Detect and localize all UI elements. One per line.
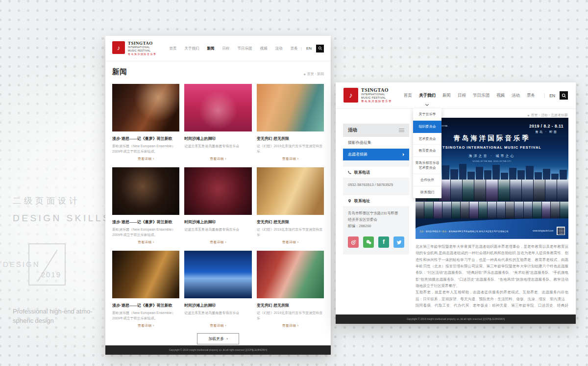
- website-url: www.tsingtaoimf.com: [533, 230, 554, 232]
- performer-photo: [545, 180, 557, 201]
- site-logo[interactable]: ♪ TSINGTAO INTERNATIONAL MUSIC FESTIVAL …: [112, 41, 157, 55]
- copyright-text: Copyright © 2019 insight intellectual pr…: [407, 317, 505, 321]
- news-card[interactable]: 变无穷幻 想无所限记《幻想》2019北京现代音乐节亚洲交响音乐查看详细›: [257, 167, 324, 245]
- breadcrumb-item[interactable]: 首页: [531, 113, 538, 117]
- nav-item-1[interactable]: 关于我们关于音乐季组织委员会艺术委员会教育委员会青岛乐都音乐谷艺术委员会合作伙伴…: [419, 82, 436, 108]
- logo-mark-icon: ♪: [112, 41, 125, 54]
- news-card[interactable]: 时间沙滩上的脚印记波兰库瓦鲁迪乌重奏团专场音乐会查看详细›: [184, 84, 251, 161]
- news-card[interactable]: 漫步·遐想——记《蔓萝》荷兰新欧新欧洲乐团（New European Ensem…: [112, 84, 179, 161]
- news-image[interactable]: [257, 251, 324, 298]
- lang-toggle[interactable]: EN: [306, 46, 312, 51]
- performers-row-2: [416, 202, 568, 218]
- news-image[interactable]: [112, 251, 179, 298]
- dropdown-item[interactable]: 青岛乐都音乐谷艺术委员会: [413, 157, 441, 174]
- main-nav: 首页关于我们关于音乐季组织委员会艺术委员会教育委员会青岛乐都音乐谷艺术委员会合作…: [404, 82, 535, 108]
- weibo-icon[interactable]: [348, 236, 359, 248]
- news-more-link[interactable]: 查看详细›: [184, 157, 251, 161]
- news-card[interactable]: 变无穷幻 想无所限记《幻想》2019北京现代音乐节亚洲交响音乐查看详细›: [257, 251, 324, 328]
- search-button[interactable]: [560, 91, 568, 100]
- breadcrumb-item[interactable]: 新闻: [317, 72, 324, 76]
- nav-item-4[interactable]: 节日乐团: [238, 36, 252, 61]
- nav-item-6[interactable]: 活动: [512, 82, 520, 108]
- sidebar-item[interactable]: 摄影作品征集: [343, 137, 409, 149]
- logo-sub2: MUSIC FESTIVAL: [361, 96, 392, 100]
- dropdown-item[interactable]: 艺术委员会: [413, 133, 441, 145]
- news-image[interactable]: [184, 84, 251, 131]
- twitter-icon[interactable]: [393, 236, 404, 248]
- site-header: ♪ TSINGTAO INTERNATIONAL MUSIC FESTIVAL …: [336, 82, 576, 109]
- news-more-link[interactable]: 查看详细›: [184, 240, 251, 245]
- nav-item-5[interactable]: 视频: [496, 82, 505, 108]
- logo-sub1: INTERNATIONAL: [361, 93, 392, 96]
- performer-photo: [434, 202, 442, 218]
- nav-item-7[interactable]: 票务: [527, 82, 535, 108]
- lang-toggle[interactable]: EN: [549, 93, 555, 98]
- logo-text: TSINGTAO INTERNATIONAL MUSIC FESTIVAL 青岛…: [128, 41, 157, 55]
- news-title: 时间沙滩上的脚印: [184, 136, 251, 141]
- news-title: 时间沙滩上的脚印: [184, 219, 251, 225]
- nav-item-6[interactable]: 活动: [275, 36, 283, 61]
- news-more-link[interactable]: 查看详细›: [112, 157, 179, 161]
- showcase-note: 二级页面设计 DESIGN SKILLS DESIGN 2019 Profess…: [13, 195, 113, 326]
- building: [492, 165, 500, 180]
- building: [442, 165, 449, 180]
- news-card[interactable]: 时间沙滩上的脚印记波兰库瓦鲁迪乌重奏团专场音乐会查看详细›: [184, 251, 251, 328]
- site-logo[interactable]: ♪ TSINGTAO INTERNATIONAL MUSIC FESTIVAL …: [343, 88, 392, 104]
- nav-item-7[interactable]: 票务: [291, 36, 298, 61]
- news-image[interactable]: [257, 84, 324, 131]
- news-card[interactable]: 漫步·遐想——记《蔓萝》荷兰新欧新欧洲乐团（New European Ensem…: [112, 167, 179, 245]
- news-more-link[interactable]: 查看详细›: [257, 240, 324, 245]
- news-more-link[interactable]: 查看详细›: [257, 157, 324, 161]
- news-desc: 记波兰库瓦鲁迪乌重奏团专场音乐会: [184, 143, 251, 154]
- news-image[interactable]: [184, 251, 251, 298]
- dropdown-item[interactable]: 组织委员会: [413, 121, 441, 133]
- design-year-badge: DESIGN 2019: [28, 243, 66, 286]
- chevron-right-icon: ›: [225, 240, 226, 244]
- building: [560, 170, 567, 180]
- performer-photo: [514, 202, 523, 218]
- news-image[interactable]: [112, 167, 179, 215]
- sidebar-item[interactable]: 志愿者招募: [343, 149, 409, 160]
- breadcrumb-item[interactable]: 志愿者招募: [551, 113, 568, 117]
- news-more-link[interactable]: 查看详细›: [257, 323, 324, 328]
- showcase-title: DESIGN SKILLS: [13, 213, 113, 224]
- nav-item-3[interactable]: 日程: [458, 82, 466, 108]
- news-more-link[interactable]: 查看详细›: [112, 323, 179, 328]
- dropdown-item[interactable]: 联系我们: [413, 186, 441, 199]
- site-header: ♪ TSINGTAO INTERNATIONAL MUSIC FESTIVAL …: [105, 36, 331, 61]
- nav-item-1[interactable]: 关于我们: [185, 36, 199, 61]
- home-icon: ◆: [527, 114, 529, 117]
- news-image[interactable]: [112, 84, 179, 131]
- news-card[interactable]: 变无穷幻 想无所限记《幻想》2019北京现代音乐节亚洲交响音乐查看详细›: [257, 84, 324, 161]
- facebook-icon[interactable]: f: [378, 236, 389, 248]
- phone-section-header: 联系电话: [343, 167, 409, 178]
- news-more-link[interactable]: 查看详细›: [112, 240, 179, 245]
- news-image[interactable]: [257, 167, 324, 215]
- sidebar-title: 活动: [343, 124, 409, 137]
- dropdown-item[interactable]: 合作伙伴: [413, 174, 441, 186]
- nav-item-4[interactable]: 节日乐团: [473, 82, 490, 108]
- performer-photo: [474, 180, 486, 201]
- breadcrumb-item[interactable]: 首页: [307, 72, 314, 76]
- logo-mark-icon: ♪: [343, 88, 358, 103]
- nav-item-2[interactable]: 新闻: [442, 82, 451, 108]
- load-more-button[interactable]: 加载更多›: [197, 333, 239, 344]
- performer-photo: [522, 180, 533, 201]
- wechat-icon[interactable]: [363, 236, 374, 248]
- breadcrumb-item[interactable]: 活动: [541, 113, 548, 117]
- news-card[interactable]: 时间沙滩上的脚印记波兰库瓦鲁迪乌重奏团专场音乐会查看详细›: [184, 167, 251, 245]
- nav-item-0[interactable]: 首页: [170, 36, 177, 61]
- news-more-link[interactable]: 查看详细›: [184, 323, 251, 328]
- nav-item-5[interactable]: 视频: [260, 36, 268, 61]
- chevron-right-icon: ›: [225, 324, 226, 327]
- news-image[interactable]: [184, 167, 251, 215]
- news-card[interactable]: 漫步·遐想——记《蔓萝》荷兰新欧新欧洲乐团（New European Ensem…: [112, 251, 179, 328]
- nav-item-3[interactable]: 日程: [222, 36, 230, 61]
- dropdown-item[interactable]: 关于音乐季: [413, 108, 441, 121]
- nav-item-0[interactable]: 首页: [404, 82, 412, 108]
- dropdown-item[interactable]: 教育委员会: [413, 145, 441, 157]
- performer-photo: [497, 202, 505, 218]
- nav-item-2[interactable]: 新闻: [207, 36, 215, 61]
- search-button[interactable]: [316, 45, 324, 52]
- paragraph: 互助养老，就是老年人互相帮助，志愿者提供服务的养老模式。互助养老、志愿服务内容包…: [416, 289, 568, 310]
